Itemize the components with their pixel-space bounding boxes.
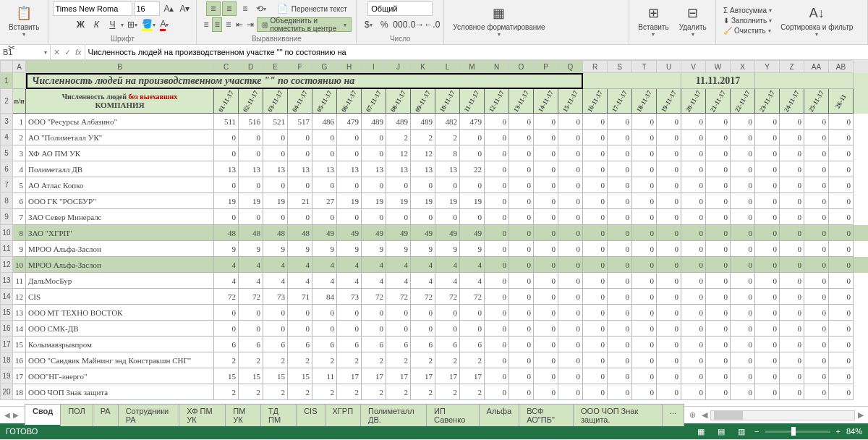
sheet-tab[interactable]: ООО ЧОП Знак защита. [573, 404, 663, 426]
insert-cells-button[interactable]: ⊞Вставить▾ [634, 1, 673, 39]
tab-prev-button[interactable]: ◀ [4, 411, 10, 419]
column-header[interactable]: H [337, 60, 362, 73]
scroll-left-button[interactable]: ◀ [702, 410, 707, 420]
column-header[interactable]: S [608, 60, 632, 73]
thousands-button[interactable]: 000 [393, 17, 407, 32]
sheet-tab[interactable]: РА [93, 404, 119, 426]
zoom-slider[interactable] [765, 431, 830, 433]
row-header[interactable]: 19 [0, 368, 13, 384]
sheet-tab[interactable]: Альфа [479, 404, 520, 426]
column-header[interactable]: K [411, 60, 435, 73]
column-header[interactable]: F [288, 60, 312, 73]
column-header[interactable]: L [435, 60, 460, 73]
wrap-text-button[interactable]: 📄 [276, 1, 290, 16]
fx-button[interactable]: fx [75, 48, 82, 56]
sheet-tab[interactable]: ... [662, 404, 684, 426]
sheet-tab[interactable]: ТД ПМ [260, 404, 297, 426]
column-header[interactable]: M [460, 60, 485, 73]
number-format-select[interactable] [367, 1, 433, 16]
column-header[interactable]: B [26, 60, 214, 73]
italic-button[interactable]: К [89, 17, 103, 32]
delete-cells-button[interactable]: ⊟Удалить▾ [675, 1, 711, 39]
sheet-tab[interactable]: ХГРП [325, 404, 362, 426]
spreadsheet-grid[interactable]: ABCDEFGHIJKLMNOPQRSTUVWXYZAAAB 123456789… [0, 60, 868, 406]
sheet-tab[interactable]: ПМ УК [225, 404, 261, 426]
column-header[interactable]: N [485, 60, 509, 73]
orientation-button[interactable]: ⟲▾ [254, 1, 268, 16]
column-header[interactable]: P [534, 60, 558, 73]
column-header[interactable]: I [362, 60, 386, 73]
column-header[interactable]: G [312, 60, 337, 73]
sheet-tab[interactable]: Сотрудники РА [118, 404, 180, 426]
percent-button[interactable]: % [377, 17, 391, 32]
formula-input[interactable] [85, 45, 868, 59]
sheet-tab[interactable]: ПОЛ [60, 404, 93, 426]
column-header[interactable]: V [681, 60, 706, 73]
fill-button[interactable]: ⬇Заполнить▾ [720, 16, 775, 25]
font-color-button[interactable]: A▾ [157, 17, 171, 32]
clear-button[interactable]: 🧹Очистить▾ [720, 26, 775, 35]
borders-button[interactable]: ⊞▾ [125, 17, 140, 32]
sheet-tab[interactable]: ХФ ПМ УК [179, 404, 226, 426]
align-top-button[interactable]: ≡ [206, 1, 221, 16]
row-header[interactable]: 10 [0, 225, 13, 241]
inc-decimal-button[interactable]: .0→ [409, 17, 423, 32]
row-header[interactable]: 5 [0, 145, 13, 161]
row-header[interactable]: 11 [0, 241, 13, 257]
cells-area[interactable]: Численность людей на производственном уч… [13, 73, 868, 400]
column-header[interactable]: U [657, 60, 681, 73]
dec-decimal-button[interactable]: ←.0 [425, 17, 439, 32]
row-header[interactable]: 1 [0, 73, 13, 89]
name-box[interactable]: B1▾ [0, 45, 51, 59]
align-right-button[interactable]: ≡ [224, 17, 233, 32]
cancel-formula-button[interactable]: ✕ [54, 48, 60, 57]
column-header[interactable]: Z [780, 60, 804, 73]
page-layout-view-button[interactable]: ▤ [714, 425, 728, 438]
sheet-tab[interactable]: ИП Савенко [426, 404, 479, 426]
sort-filter-button[interactable]: A↓Сортировка и фильтр▾ [776, 1, 857, 39]
column-header[interactable]: O [509, 60, 534, 73]
paste-button[interactable]: 📋 Вставить ▾ [4, 1, 43, 39]
indent-inc-button[interactable]: ⇥ [245, 17, 255, 32]
column-header[interactable]: AA [804, 60, 829, 73]
row-header[interactable]: 18 [0, 352, 13, 368]
select-all-corner[interactable] [0, 60, 13, 73]
font-name-select[interactable] [53, 1, 132, 16]
row-header[interactable]: 9 [0, 209, 13, 225]
underline-button[interactable]: Ч [105, 17, 119, 32]
currency-button[interactable]: $▾ [361, 17, 375, 32]
column-header[interactable]: AB [829, 60, 854, 73]
row-header[interactable]: 17 [0, 337, 13, 352]
column-header[interactable]: J [386, 60, 411, 73]
align-center-button[interactable]: ≡ [212, 17, 222, 32]
row-header[interactable]: 2 [0, 89, 13, 114]
row-header[interactable]: 16 [0, 321, 13, 337]
row-header[interactable]: 6 [0, 161, 13, 177]
bold-button[interactable]: Ж [73, 17, 88, 32]
column-header[interactable]: R [583, 60, 608, 73]
fill-color-button[interactable]: 🪣▾ [141, 17, 156, 32]
row-header[interactable]: 12 [0, 257, 13, 273]
autosum-button[interactable]: Σ Автосумма▾ [720, 6, 775, 15]
shrink-font-button[interactable]: A▾ [177, 1, 192, 16]
align-bottom-button[interactable]: ≡ [238, 1, 252, 16]
horizontal-scrollbar[interactable] [710, 410, 855, 420]
align-left-button[interactable]: ≡ [201, 17, 210, 32]
add-sheet-button[interactable]: ⊕ [684, 409, 702, 421]
row-header[interactable]: 14 [0, 289, 13, 305]
column-header[interactable]: X [731, 60, 755, 73]
row-header[interactable]: 4 [0, 130, 13, 145]
align-middle-button[interactable]: ≡ [222, 1, 237, 16]
normal-view-button[interactable]: ▦ [694, 425, 708, 438]
column-header[interactable]: C [214, 60, 239, 73]
column-header[interactable]: T [632, 60, 657, 73]
scroll-right-button[interactable]: ▶ [858, 410, 864, 420]
row-header[interactable]: 8 [0, 193, 13, 209]
row-header[interactable]: 13 [0, 273, 13, 289]
row-header[interactable]: 7 [0, 177, 13, 193]
accept-formula-button[interactable]: ✓ [64, 48, 71, 57]
sheet-tab[interactable]: ВСФ АО"ПБ" [519, 404, 574, 426]
conditional-format-button[interactable]: ▦Условное форматирование▾ [448, 1, 549, 39]
page-break-view-button[interactable]: ▥ [734, 425, 749, 438]
column-header[interactable]: W [706, 60, 731, 73]
